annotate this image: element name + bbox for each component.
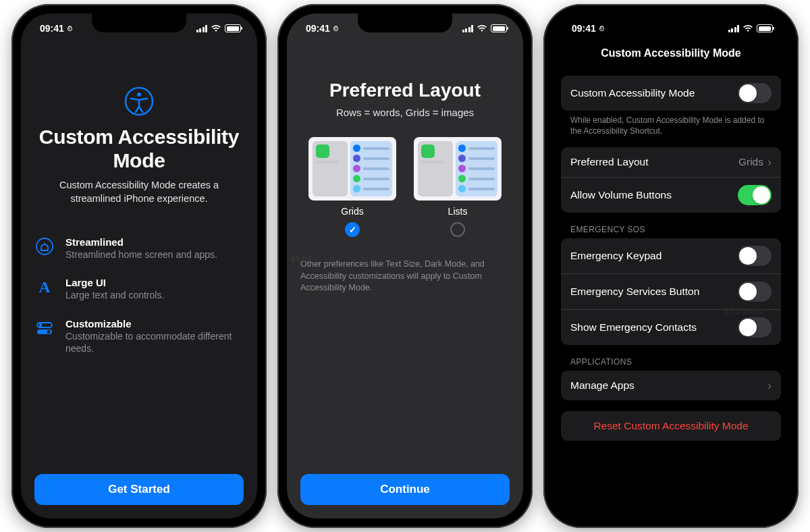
group-apps: Manage Apps › [561, 371, 781, 400]
phone-frame-1: 09:41 Custom Accessibility Mode Custom A… [11, 4, 267, 528]
radio-grids-selected[interactable] [345, 222, 360, 237]
group-footer: While enabled, Custom Accessibility Mode… [561, 111, 781, 136]
feature-streamlined: Streamlined Streamlined home screen and … [34, 236, 244, 261]
reset-label: Reset Custom Accessibility Mode [593, 420, 748, 432]
cell-label: Manage Apps [570, 379, 767, 392]
battery-icon [225, 24, 241, 32]
layout-option-lists[interactable]: Lists [414, 137, 502, 237]
feature-title: Customizable [65, 318, 244, 329]
svg-rect-13 [601, 28, 603, 30]
cell-manage-apps[interactable]: Manage Apps › [561, 371, 781, 400]
group-header-sos: EMERGENCY SOS [561, 213, 781, 238]
group-preferences: Preferred Layout Grids › Allow Volume Bu… [561, 147, 781, 213]
toggle-emergency-services[interactable] [738, 282, 772, 302]
screen-layout-picker: 9TO5 09:41 Preferred Layout Rows = words… [287, 14, 523, 518]
cellular-signal-icon [728, 25, 740, 32]
chevron-right-icon: › [767, 155, 772, 169]
orientation-lock-icon [333, 24, 339, 32]
toggle-emergency-contacts[interactable] [738, 317, 772, 338]
nav-title: Custom Accessibility Mode [553, 43, 789, 69]
layout-subtitle: Rows = words, Grids = images [300, 107, 510, 118]
cell-label: Preferred Layout [570, 156, 738, 168]
cellular-signal-icon [196, 25, 208, 32]
feature-title: Large UI [65, 277, 164, 288]
cell-label: Emergency Services Button [570, 286, 738, 298]
status-time: 09:41 [572, 23, 596, 34]
toggles-icon [35, 319, 54, 338]
notch [624, 14, 718, 32]
wifi-icon [211, 24, 221, 32]
group-sos: Emergency Keypad Emergency Services Butt… [561, 238, 781, 345]
cell-label: Allow Volume Buttons [570, 189, 738, 201]
phone-frame-2: 9TO5 09:41 Preferred Layout Rows = words… [277, 4, 533, 528]
toggle-volume[interactable] [738, 185, 772, 205]
layout-note: Other preferences like Text Size, Dark M… [300, 259, 510, 294]
phone-frame-3: 9TO5Mac 09:41 Custom Accessibility Mode … [543, 4, 799, 528]
svg-point-3 [137, 92, 141, 97]
feature-title: Streamlined [65, 236, 217, 248]
svg-text:A: A [38, 278, 51, 296]
group-reset: Reset Custom Accessibility Mode [561, 411, 781, 441]
feature-desc: Streamlined home screen and apps. [65, 248, 217, 261]
orientation-lock-icon [599, 24, 605, 32]
cell-allow-volume[interactable]: Allow Volume Buttons [561, 177, 781, 213]
svg-point-7 [39, 323, 43, 327]
cell-emergency-services[interactable]: Emergency Services Button [561, 273, 781, 309]
radio-lists[interactable] [450, 222, 465, 237]
cell-label: Emergency Keypad [570, 250, 738, 262]
svg-point-4 [36, 238, 53, 255]
cell-emergency-keypad[interactable]: Emergency Keypad [561, 238, 781, 273]
feature-large-ui: A Large UI Large text and controls. [34, 277, 244, 301]
intro-subtitle: Custom Accessibility Mode creates a stre… [34, 179, 244, 205]
home-icon [35, 237, 54, 256]
status-time: 09:41 [40, 23, 64, 34]
svg-rect-11 [335, 28, 337, 30]
wifi-icon [742, 24, 753, 32]
battery-icon [757, 24, 773, 32]
toggle-emergency-keypad[interactable] [738, 246, 772, 266]
screen-intro: 09:41 Custom Accessibility Mode Custom A… [21, 14, 257, 518]
group-main-toggle: Custom Accessibility Mode [561, 76, 781, 111]
svg-rect-1 [70, 28, 71, 30]
option-label-lists: Lists [448, 206, 468, 217]
cell-label: Show Emergency Contacts [570, 321, 738, 334]
intro-title: Custom Accessibility Mode [34, 126, 244, 172]
cellular-signal-icon [462, 25, 474, 32]
accessibility-icon [124, 86, 154, 116]
large-text-icon: A [35, 277, 54, 296]
wifi-icon [477, 24, 487, 32]
screen-settings: 9TO5Mac 09:41 Custom Accessibility Mode … [553, 14, 789, 518]
layout-option-grids[interactable]: Grids [308, 137, 396, 237]
battery-icon [491, 24, 507, 32]
layout-title: Preferred Layout [300, 80, 510, 101]
feature-customizable: Customizable Customizable to accommodate… [34, 318, 244, 354]
cell-value: Grids [738, 156, 763, 168]
watermark: 9TO5 [291, 256, 313, 263]
watermark: 9TO5Mac [724, 307, 765, 316]
cell-preferred-layout[interactable]: Preferred Layout Grids › [561, 147, 781, 177]
feature-desc: Customizable to accommodate different ne… [65, 330, 244, 354]
toggle-cam[interactable] [738, 83, 772, 103]
feature-desc: Large text and controls. [65, 289, 164, 301]
feature-list: Streamlined Streamlined home screen and … [34, 236, 244, 354]
cell-reset[interactable]: Reset Custom Accessibility Mode [561, 411, 781, 441]
thumb-grids [308, 137, 396, 201]
notch [92, 14, 186, 32]
cell-label: Custom Accessibility Mode [570, 87, 738, 99]
group-header-apps: APPLICATIONS [561, 345, 781, 371]
thumb-lists [414, 137, 502, 201]
orientation-lock-icon [67, 24, 73, 32]
status-time: 09:41 [306, 23, 330, 34]
option-label-grids: Grids [341, 206, 363, 217]
notch [358, 14, 452, 32]
svg-point-9 [47, 330, 51, 334]
get-started-button[interactable]: Get Started [34, 474, 244, 505]
chevron-right-icon: › [767, 379, 772, 393]
continue-button[interactable]: Continue [300, 474, 510, 505]
cell-cam-toggle[interactable]: Custom Accessibility Mode [561, 76, 781, 111]
